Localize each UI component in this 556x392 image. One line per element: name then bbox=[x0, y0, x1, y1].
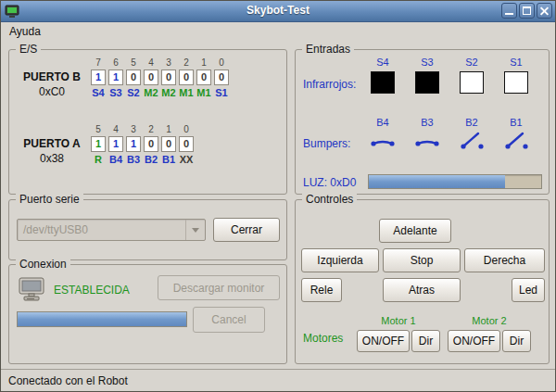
bit-index: 6 bbox=[113, 57, 119, 69]
motor1-onoff-button[interactable]: ON/OFF bbox=[357, 330, 410, 352]
infrared-indicator bbox=[504, 71, 528, 94]
infrarrojos-label: Infrarrojos: bbox=[303, 78, 356, 91]
bit-value: 0 bbox=[126, 70, 141, 85]
cancel-button[interactable]: Cancel bbox=[193, 307, 265, 333]
bit-value: 1 bbox=[91, 70, 106, 85]
bit-value: 0 bbox=[179, 70, 194, 85]
bumper-open-icon bbox=[503, 132, 529, 154]
bumper: B4 bbox=[364, 117, 401, 154]
bit-value: 1 bbox=[91, 136, 106, 152]
computer-icon bbox=[17, 276, 50, 308]
bit-index: 4 bbox=[148, 57, 154, 69]
bumper-closed-icon bbox=[370, 132, 396, 154]
luz-progress-fill bbox=[369, 175, 505, 188]
sensor-label: S1 bbox=[510, 57, 522, 69]
connection-status: ESTABLECIDA bbox=[54, 284, 130, 297]
puerto-b-label: PUERTO B 0xC0 bbox=[13, 70, 91, 98]
group-puerto-serie: Puerto serie /dev/ttyUSB0 Cerrar bbox=[8, 199, 287, 260]
menubar: Ayuda bbox=[1, 21, 555, 42]
rele-button[interactable]: Rele bbox=[301, 278, 342, 302]
descargar-monitor-button[interactable]: Descargar monitor bbox=[158, 275, 280, 300]
infrared-indicator bbox=[371, 71, 395, 94]
combobox-dropdown[interactable] bbox=[185, 220, 205, 240]
derecha-button[interactable]: Derecha bbox=[464, 248, 545, 272]
bit-column: 6 1 S3 bbox=[108, 57, 123, 99]
puerto-b-address: 0xC0 bbox=[13, 85, 91, 98]
menu-ayuda[interactable]: Ayuda bbox=[1, 23, 49, 40]
bit-label: R bbox=[95, 154, 102, 166]
bit-index: 1 bbox=[166, 124, 171, 135]
bumper: B1 bbox=[498, 117, 535, 154]
bit-label: B3 bbox=[127, 154, 140, 166]
stop-button[interactable]: Stop bbox=[383, 248, 461, 272]
titlebar[interactable]: Skybot-Test bbox=[1, 1, 555, 22]
bit-index: 0 bbox=[183, 124, 189, 135]
bumper-closed-icon bbox=[414, 132, 440, 154]
izquierda-button[interactable]: Izquierda bbox=[301, 248, 379, 272]
infrared-sensor: S2 bbox=[453, 57, 490, 94]
bit-label: S1 bbox=[215, 87, 227, 99]
bit-column: 0 0 XX bbox=[179, 124, 194, 166]
bit-column: 3 1 B3 bbox=[126, 124, 141, 166]
puerto-a-name: PUERTO A bbox=[13, 137, 91, 150]
bit-label: M1 bbox=[196, 87, 210, 99]
window: Skybot-Test Ayuda E/S PUERTO B 0xC0 7 1 … bbox=[0, 0, 556, 392]
download-progress-fill bbox=[18, 312, 186, 326]
bumper-label: B1 bbox=[510, 117, 522, 129]
bit-value: 1 bbox=[108, 70, 123, 85]
serial-device-combobox[interactable]: /dev/ttyUSB0 bbox=[17, 219, 206, 241]
motor2-dir-button[interactable]: Dir bbox=[502, 330, 531, 352]
infrared-indicator bbox=[415, 71, 439, 94]
bit-label: B2 bbox=[145, 154, 158, 166]
puerto-b-name: PUERTO B bbox=[13, 70, 91, 83]
bit-column: 4 1 B4 bbox=[108, 124, 123, 166]
motor1-label: Motor 1 bbox=[357, 315, 440, 326]
maximize-icon bbox=[523, 6, 531, 15]
atras-button[interactable]: Atras bbox=[383, 278, 461, 302]
maximize-button[interactable] bbox=[519, 3, 535, 19]
bit-index: 3 bbox=[131, 124, 136, 135]
bumpers-label: Bumpers: bbox=[303, 137, 350, 150]
bit-label: B1 bbox=[162, 154, 175, 166]
download-progressbar bbox=[17, 311, 187, 327]
close-button[interactable] bbox=[537, 3, 552, 19]
infrared-sensor: S4 bbox=[364, 57, 401, 94]
puerto-a-address: 0x38 bbox=[13, 152, 91, 165]
puerto-a-bits: 5 1 R 4 1 B4 3 1 B3 2 0 B2 1 0 B bbox=[91, 124, 194, 166]
window-title: Skybot-Test bbox=[1, 4, 555, 17]
bit-value: 1 bbox=[126, 136, 141, 152]
bit-column: 5 1 R bbox=[91, 124, 106, 166]
minimize-button[interactable] bbox=[501, 3, 517, 19]
infrared-sensor: S1 bbox=[498, 57, 535, 94]
bit-value: 0 bbox=[179, 136, 194, 152]
led-button[interactable]: Led bbox=[512, 278, 545, 302]
bit-column: 1 0 B1 bbox=[161, 124, 176, 166]
bit-label: B4 bbox=[109, 154, 122, 166]
bit-value: 0 bbox=[161, 70, 176, 85]
chevron-down-icon bbox=[192, 228, 199, 233]
bit-index: 0 bbox=[219, 57, 224, 69]
group-es: E/S PUERTO B 0xC0 7 1 S4 6 1 S3 5 0 S2 4 bbox=[8, 49, 287, 195]
bit-label: S2 bbox=[127, 87, 139, 99]
group-controles: Controles Adelante Izquierda Stop Derech… bbox=[295, 199, 550, 364]
bit-column: 5 0 S2 bbox=[126, 57, 141, 99]
bit-index: 2 bbox=[183, 57, 189, 69]
bit-index: 4 bbox=[113, 124, 119, 135]
group-conexion-legend: Conexion bbox=[16, 258, 70, 271]
group-puerto-serie-legend: Puerto serie bbox=[16, 193, 83, 206]
motor1-dir-button[interactable]: Dir bbox=[411, 330, 440, 352]
bit-column: 4 0 M2 bbox=[144, 57, 158, 99]
bit-index: 5 bbox=[131, 57, 136, 69]
adelante-button[interactable]: Adelante bbox=[379, 219, 451, 243]
sensor-label: S3 bbox=[421, 57, 433, 69]
cerrar-button[interactable]: Cerrar bbox=[213, 218, 280, 242]
bit-index: 3 bbox=[166, 57, 171, 69]
bumper: B3 bbox=[409, 117, 446, 154]
group-entradas-legend: Entradas bbox=[302, 43, 354, 56]
motor2-onoff-button[interactable]: ON/OFF bbox=[448, 330, 500, 352]
bumpers: B4 B3 B2 bbox=[364, 117, 535, 154]
luz-progressbar bbox=[368, 174, 542, 189]
bit-value: 0 bbox=[144, 70, 158, 85]
sensor-label: S4 bbox=[376, 57, 388, 69]
bit-index: 7 bbox=[95, 57, 101, 69]
